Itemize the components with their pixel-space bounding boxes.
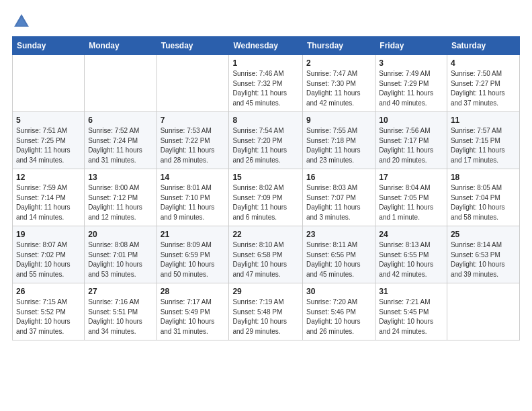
day-number: 13 (88, 173, 152, 182)
day-info: Sunrise: 8:00 AM Sunset: 7:12 PM Dayligh… (88, 183, 152, 222)
day-number: 30 (306, 287, 371, 296)
day-number: 10 (379, 116, 443, 125)
day-number: 1 (232, 58, 299, 68)
day-info: Sunrise: 7:16 AM Sunset: 5:51 PM Dayligh… (88, 298, 152, 336)
calendar-cell: 9Sunrise: 7:55 AM Sunset: 7:18 PM Daylig… (302, 112, 375, 169)
day-info: Sunrise: 7:19 AM Sunset: 5:48 PM Dayligh… (232, 298, 299, 336)
calendar-cell: 23Sunrise: 8:11 AM Sunset: 6:56 PM Dayli… (302, 226, 375, 283)
calendar-cell: 13Sunrise: 8:00 AM Sunset: 7:12 PM Dayli… (85, 169, 157, 226)
day-number: 5 (16, 116, 81, 125)
calendar-cell: 5Sunrise: 7:51 AM Sunset: 7:25 PM Daylig… (13, 112, 85, 169)
weekday-header-friday: Friday (375, 37, 447, 55)
calendar-row: 26Sunrise: 7:15 AM Sunset: 5:52 PM Dayli… (13, 283, 520, 340)
calendar-cell (447, 283, 519, 340)
day-info: Sunrise: 8:08 AM Sunset: 7:01 PM Dayligh… (88, 240, 152, 279)
day-number: 15 (232, 173, 299, 182)
day-info: Sunrise: 8:01 AM Sunset: 7:10 PM Dayligh… (161, 183, 226, 222)
day-info: Sunrise: 7:51 AM Sunset: 7:25 PM Dayligh… (16, 126, 81, 165)
day-info: Sunrise: 7:52 AM Sunset: 7:24 PM Dayligh… (88, 126, 152, 165)
logo (12, 12, 34, 31)
calendar-cell: 15Sunrise: 8:02 AM Sunset: 7:09 PM Dayli… (229, 169, 303, 226)
day-number: 23 (306, 230, 371, 239)
day-info: Sunrise: 8:07 AM Sunset: 7:02 PM Dayligh… (16, 240, 81, 279)
calendar-cell: 1Sunrise: 7:46 AM Sunset: 7:32 PM Daylig… (229, 55, 303, 112)
day-number: 26 (16, 287, 81, 296)
weekday-header-sunday: Sunday (13, 37, 85, 55)
calendar-cell: 30Sunrise: 7:20 AM Sunset: 5:46 PM Dayli… (302, 283, 375, 340)
logo-icon (12, 12, 31, 31)
day-number: 2 (306, 58, 371, 68)
day-number: 20 (88, 230, 152, 239)
calendar-cell: 8Sunrise: 7:54 AM Sunset: 7:20 PM Daylig… (229, 112, 303, 169)
day-info: Sunrise: 7:46 AM Sunset: 7:32 PM Dayligh… (232, 69, 299, 108)
day-number: 18 (451, 173, 516, 182)
calendar-row: 19Sunrise: 8:07 AM Sunset: 7:02 PM Dayli… (13, 226, 520, 283)
calendar-page: SundayMondayTuesdayWednesdayThursdayFrid… (0, 0, 532, 411)
calendar-cell: 16Sunrise: 8:03 AM Sunset: 7:07 PM Dayli… (302, 169, 375, 226)
calendar-cell: 18Sunrise: 8:05 AM Sunset: 7:04 PM Dayli… (447, 169, 519, 226)
day-info: Sunrise: 7:15 AM Sunset: 5:52 PM Dayligh… (16, 298, 81, 336)
calendar-cell: 2Sunrise: 7:47 AM Sunset: 7:30 PM Daylig… (302, 55, 375, 112)
calendar-cell: 17Sunrise: 8:04 AM Sunset: 7:05 PM Dayli… (375, 169, 447, 226)
day-number: 14 (161, 173, 226, 182)
day-info: Sunrise: 8:03 AM Sunset: 7:07 PM Dayligh… (306, 183, 371, 222)
day-info: Sunrise: 7:20 AM Sunset: 5:46 PM Dayligh… (306, 298, 371, 336)
day-number: 3 (379, 58, 443, 68)
weekday-header-row: SundayMondayTuesdayWednesdayThursdayFrid… (13, 37, 520, 55)
day-number: 17 (379, 173, 443, 182)
day-info: Sunrise: 7:59 AM Sunset: 7:14 PM Dayligh… (16, 183, 81, 222)
calendar-cell: 20Sunrise: 8:08 AM Sunset: 7:01 PM Dayli… (85, 226, 157, 283)
calendar-cell: 24Sunrise: 8:13 AM Sunset: 6:55 PM Dayli… (375, 226, 447, 283)
day-number: 16 (306, 173, 371, 182)
day-number: 9 (306, 116, 371, 125)
calendar-cell: 21Sunrise: 8:09 AM Sunset: 6:59 PM Dayli… (157, 226, 229, 283)
calendar-cell: 11Sunrise: 7:57 AM Sunset: 7:15 PM Dayli… (447, 112, 519, 169)
day-info: Sunrise: 7:57 AM Sunset: 7:15 PM Dayligh… (451, 126, 516, 165)
calendar-cell: 4Sunrise: 7:50 AM Sunset: 7:27 PM Daylig… (447, 55, 519, 112)
calendar-cell: 14Sunrise: 8:01 AM Sunset: 7:10 PM Dayli… (157, 169, 229, 226)
weekday-header-tuesday: Tuesday (157, 37, 229, 55)
day-number: 7 (161, 116, 226, 125)
day-info: Sunrise: 8:05 AM Sunset: 7:04 PM Dayligh… (451, 183, 516, 222)
calendar-cell: 25Sunrise: 8:14 AM Sunset: 6:53 PM Dayli… (447, 226, 519, 283)
day-info: Sunrise: 7:55 AM Sunset: 7:18 PM Dayligh… (306, 126, 371, 165)
day-info: Sunrise: 8:02 AM Sunset: 7:09 PM Dayligh… (232, 183, 299, 222)
calendar-table: SundayMondayTuesdayWednesdayThursdayFrid… (12, 36, 520, 340)
calendar-cell: 29Sunrise: 7:19 AM Sunset: 5:48 PM Dayli… (229, 283, 303, 340)
day-number: 6 (88, 116, 152, 125)
day-number: 4 (451, 58, 516, 68)
weekday-header-thursday: Thursday (302, 37, 375, 55)
day-info: Sunrise: 8:13 AM Sunset: 6:55 PM Dayligh… (379, 240, 443, 279)
weekday-header-monday: Monday (85, 37, 157, 55)
calendar-row: 5Sunrise: 7:51 AM Sunset: 7:25 PM Daylig… (13, 112, 520, 169)
day-info: Sunrise: 8:04 AM Sunset: 7:05 PM Dayligh… (379, 183, 443, 222)
day-number: 25 (451, 230, 516, 239)
day-number: 22 (232, 230, 299, 239)
calendar-cell: 3Sunrise: 7:49 AM Sunset: 7:29 PM Daylig… (375, 55, 447, 112)
day-number: 27 (88, 287, 152, 296)
calendar-cell (85, 55, 157, 112)
calendar-row: 12Sunrise: 7:59 AM Sunset: 7:14 PM Dayli… (13, 169, 520, 226)
day-info: Sunrise: 8:09 AM Sunset: 6:59 PM Dayligh… (161, 240, 226, 279)
day-info: Sunrise: 7:21 AM Sunset: 5:45 PM Dayligh… (379, 298, 443, 336)
calendar-cell: 19Sunrise: 8:07 AM Sunset: 7:02 PM Dayli… (13, 226, 85, 283)
day-info: Sunrise: 7:17 AM Sunset: 5:49 PM Dayligh… (161, 298, 226, 336)
day-info: Sunrise: 7:47 AM Sunset: 7:30 PM Dayligh… (306, 69, 371, 108)
day-number: 12 (16, 173, 81, 182)
calendar-cell: 7Sunrise: 7:53 AM Sunset: 7:22 PM Daylig… (157, 112, 229, 169)
calendar-cell: 12Sunrise: 7:59 AM Sunset: 7:14 PM Dayli… (13, 169, 85, 226)
day-info: Sunrise: 8:11 AM Sunset: 6:56 PM Dayligh… (306, 240, 371, 279)
day-info: Sunrise: 7:53 AM Sunset: 7:22 PM Dayligh… (161, 126, 226, 165)
day-info: Sunrise: 7:56 AM Sunset: 7:17 PM Dayligh… (379, 126, 443, 165)
calendar-cell: 28Sunrise: 7:17 AM Sunset: 5:49 PM Dayli… (157, 283, 229, 340)
day-number: 21 (161, 230, 226, 239)
day-number: 8 (232, 116, 299, 125)
calendar-cell: 22Sunrise: 8:10 AM Sunset: 6:58 PM Dayli… (229, 226, 303, 283)
day-info: Sunrise: 8:14 AM Sunset: 6:53 PM Dayligh… (451, 240, 516, 279)
day-info: Sunrise: 7:50 AM Sunset: 7:27 PM Dayligh… (451, 69, 516, 108)
day-number: 19 (16, 230, 81, 239)
calendar-row: 1Sunrise: 7:46 AM Sunset: 7:32 PM Daylig… (13, 55, 520, 112)
day-info: Sunrise: 8:10 AM Sunset: 6:58 PM Dayligh… (232, 240, 299, 279)
day-number: 29 (232, 287, 299, 296)
day-number: 24 (379, 230, 443, 239)
